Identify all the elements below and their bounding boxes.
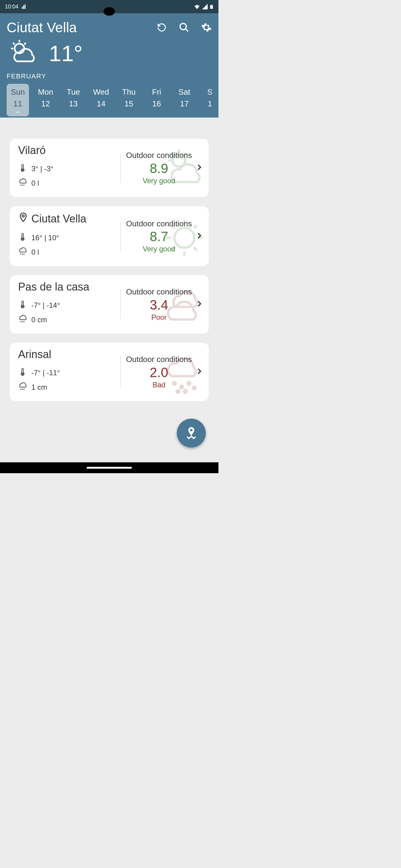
svg-line-11 <box>24 43 26 44</box>
svg-rect-1 <box>23 5 24 9</box>
day-name: Su <box>203 87 212 97</box>
day-tab-su[interactable]: Su18 <box>201 84 212 116</box>
search-icon[interactable] <box>179 22 190 33</box>
status-time: 10:04 <box>5 4 19 10</box>
day-name: Thu <box>119 87 138 97</box>
thermometer-icon <box>18 163 27 175</box>
current-temperature: 11° <box>49 41 83 66</box>
location-name: Arinsal <box>18 348 51 361</box>
svg-point-35 <box>22 306 24 307</box>
svg-point-42 <box>177 390 179 393</box>
svg-point-5 <box>180 24 187 30</box>
svg-rect-2 <box>25 4 26 9</box>
rain-icon <box>18 177 27 189</box>
day-tab-thu[interactable]: Thu15 <box>118 84 140 116</box>
card-title: Arinsal <box>18 348 115 361</box>
current-weather: 11° <box>7 36 212 72</box>
svg-rect-4 <box>211 5 212 5</box>
app-header: Ciutat Vella 11° FEBRUARY Sun11Mon12Tue1… <box>0 13 219 118</box>
location-card[interactable]: Arinsal -7° | -11° 1 cm Outdoor conditio… <box>10 343 209 401</box>
map-fab-button[interactable] <box>177 418 206 447</box>
day-number: 13 <box>64 99 83 108</box>
divider <box>120 290 121 319</box>
svg-line-26 <box>172 225 175 228</box>
camera-notch <box>104 7 115 16</box>
partly-cloudy-icon <box>7 37 40 69</box>
card-title: Ciutat Vella <box>18 212 115 226</box>
day-number: 11 <box>8 99 27 108</box>
location-name: Vilaró <box>18 144 46 157</box>
wifi-icon <box>194 3 200 10</box>
precip-row: 0 l <box>18 177 115 189</box>
svg-line-20 <box>24 185 24 186</box>
svg-line-19 <box>22 185 23 186</box>
divider <box>120 357 121 387</box>
refresh-icon[interactable] <box>156 22 167 33</box>
divider <box>120 221 121 251</box>
day-name: Sat <box>175 87 194 97</box>
svg-point-44 <box>193 387 196 390</box>
location-name: Ciutat Vella <box>31 213 86 225</box>
card-title: Pas de la casa <box>18 281 115 293</box>
location-cards-list: Vilaró 3° | -3° 0 l Outdoor conditions 8… <box>0 118 219 416</box>
day-number: 16 <box>147 99 166 108</box>
precip-value: 1 cm <box>31 383 47 392</box>
location-name: Pas de la casa <box>18 281 89 293</box>
svg-point-17 <box>22 169 24 170</box>
nav-handle[interactable] <box>87 467 132 469</box>
temp-range: 16° | 10° <box>31 234 59 242</box>
svg-point-21 <box>174 228 194 248</box>
precip-row: 0 l <box>18 246 115 258</box>
precip-value: 0 cm <box>31 315 47 324</box>
thermometer-icon <box>18 299 27 311</box>
precip-row: 1 cm <box>18 381 115 393</box>
location-card[interactable]: Pas de la casa -7° | -14° 0 cm Outdoor c… <box>10 275 209 334</box>
temp-range: 3° | -3° <box>31 164 53 173</box>
svg-line-32 <box>21 254 21 255</box>
month-label: FEBRUARY <box>7 72 212 80</box>
precip-value: 0 l <box>31 248 39 256</box>
temp-range: -7° | -11° <box>31 369 60 377</box>
thermometer-icon <box>18 367 27 379</box>
svg-point-43 <box>184 390 187 393</box>
svg-line-6 <box>185 29 188 32</box>
svg-rect-3 <box>210 5 213 9</box>
svg-line-38 <box>24 321 24 322</box>
divider <box>120 153 121 183</box>
temperature-row: 3° | -3° <box>18 163 115 175</box>
rain-icon <box>18 314 27 326</box>
day-number: 15 <box>119 99 138 108</box>
location-card[interactable]: Vilaró 3° | -3° 0 l Outdoor conditions 8… <box>10 138 209 197</box>
precip-row: 0 cm <box>18 314 115 326</box>
svg-rect-0 <box>22 7 23 9</box>
precip-value: 0 l <box>31 179 39 187</box>
day-number: 12 <box>36 99 55 108</box>
temperature-row: 16° | 10° <box>18 232 115 244</box>
day-name: Tue <box>64 87 83 97</box>
svg-line-18 <box>21 185 21 186</box>
svg-point-31 <box>22 238 24 240</box>
svg-point-41 <box>188 382 191 385</box>
android-nav-bar <box>0 462 219 473</box>
gear-icon[interactable] <box>201 22 212 33</box>
svg-point-45 <box>22 373 24 375</box>
svg-point-30 <box>22 215 24 217</box>
day-tab-tue[interactable]: Tue13 <box>62 84 85 116</box>
svg-line-47 <box>22 389 23 390</box>
location-card[interactable]: Ciutat Vella 16° | 10° 0 l Outdoor condi… <box>10 206 209 266</box>
svg-line-33 <box>22 254 23 255</box>
svg-line-28 <box>172 247 175 250</box>
day-tab-sat[interactable]: Sat17 <box>173 84 196 116</box>
day-name: Wed <box>92 87 110 97</box>
thermometer-icon <box>18 232 27 244</box>
day-number: 17 <box>175 99 194 108</box>
day-number: 14 <box>92 99 110 108</box>
day-tab-mon[interactable]: Mon12 <box>34 84 57 116</box>
svg-line-36 <box>21 321 21 322</box>
svg-line-46 <box>21 389 21 390</box>
day-tab-sun[interactable]: Sun11 <box>7 84 29 116</box>
day-tab-fri[interactable]: Fri16 <box>145 84 168 116</box>
svg-line-34 <box>24 254 24 255</box>
day-tab-wed[interactable]: Wed14 <box>90 84 112 116</box>
card-title: Vilaró <box>18 144 115 157</box>
